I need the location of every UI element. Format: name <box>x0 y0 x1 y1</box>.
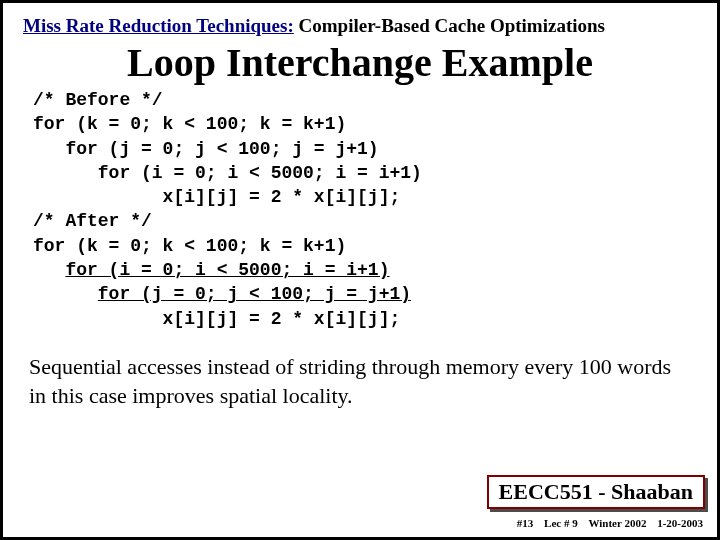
code-line: for (k = 0; k < 100; k = k+1) <box>33 114 346 134</box>
date-label: 1-20-2003 <box>657 517 703 529</box>
course-code: EECC551 <box>499 479 593 504</box>
breadcrumb-topic: Miss Rate Reduction Techniques: <box>23 15 294 36</box>
code-line: x[i][j] = 2 * x[i][j]; <box>33 309 400 329</box>
code-line-pre <box>33 284 98 304</box>
slide-number: #13 <box>517 517 534 529</box>
code-line: for (k = 0; k < 100; k = k+1) <box>33 236 346 256</box>
slide: Miss Rate Reduction Techniques: Compiler… <box>0 0 720 540</box>
code-line: for (i = 0; i < 5000; i = i+1) <box>33 163 422 183</box>
term-label: Winter 2002 <box>588 517 646 529</box>
author-name: Shaaban <box>611 479 693 504</box>
dash: - <box>593 479 611 504</box>
code-line-underlined: for (j = 0; j < 100; j = j+1) <box>98 284 411 304</box>
code-line-pre <box>33 260 65 280</box>
page-title: Loop Interchange Example <box>23 39 697 86</box>
breadcrumb: Miss Rate Reduction Techniques: Compiler… <box>23 15 697 37</box>
explanation-text: Sequential accesses instead of striding … <box>29 353 691 410</box>
lecture-number: Lec # 9 <box>544 517 578 529</box>
tiny-footer: #13 Lec # 9 Winter 2002 1-20-2003 <box>509 517 703 529</box>
code-line: for (j = 0; j < 100; j = j+1) <box>33 139 379 159</box>
code-block: /* Before */ for (k = 0; k < 100; k = k+… <box>33 88 697 331</box>
code-line: /* After */ <box>33 211 152 231</box>
code-line-underlined: for (i = 0; i < 5000; i = i+1) <box>65 260 389 280</box>
code-line: x[i][j] = 2 * x[i][j]; <box>33 187 400 207</box>
breadcrumb-subtopic-text: Compiler-Based Cache Optimizations <box>299 15 605 36</box>
footer-box: EECC551 - Shaaban <box>487 475 705 509</box>
code-line: /* Before */ <box>33 90 163 110</box>
